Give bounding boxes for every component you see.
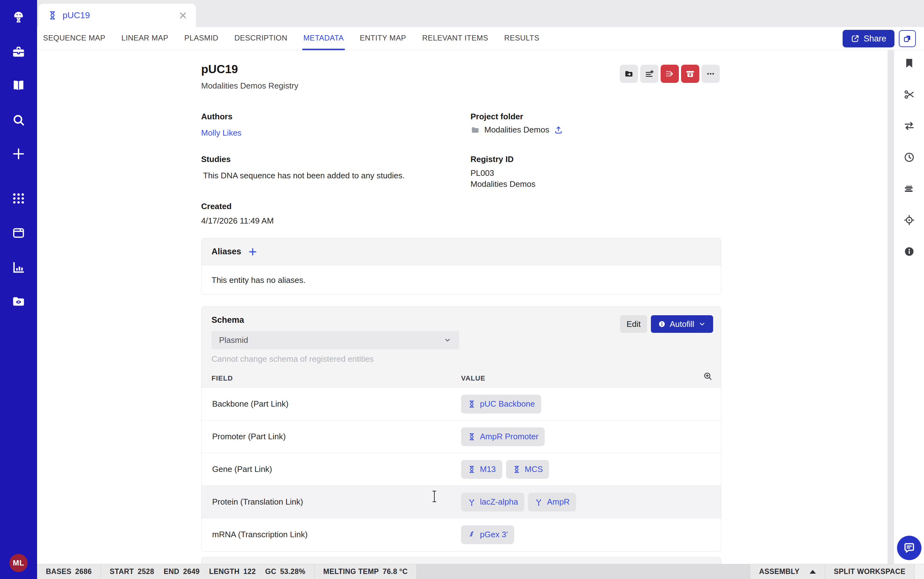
tab-description[interactable]: DESCRIPTION (233, 27, 288, 50)
schema-row: Backbone (Part Link)pUC Backbone (202, 388, 721, 420)
inventory-box-icon[interactable] (11, 226, 26, 240)
status-length: LENGTH122 (209, 568, 256, 576)
schema-select[interactable]: Plasmid (212, 331, 459, 349)
annotations-icon[interactable] (903, 183, 915, 195)
author-link[interactable]: Molly Likes (201, 128, 242, 138)
studies-empty-text: This DNA sequence has not been added to … (203, 171, 405, 180)
status-segment: BASES2686 (37, 564, 101, 579)
more-options-button[interactable] (701, 65, 720, 83)
swap-arrows-icon[interactable] (903, 120, 915, 132)
autofill-label: Autofill (670, 319, 694, 329)
project-folder-name: Modalities Demos (484, 125, 549, 135)
entity-link-chip[interactable]: lacZ-alpha (461, 493, 524, 512)
value-column-header: VALUE (461, 374, 485, 383)
close-tab-icon[interactable]: × (179, 8, 187, 22)
bookmark-icon[interactable] (903, 57, 915, 69)
folder-move-icon (624, 69, 634, 79)
status-value: 2649 (183, 568, 200, 576)
schema-field-values: lacZ-alphaAmpR (461, 493, 576, 512)
benchling-logo-icon[interactable] (11, 10, 26, 25)
dna-icon (467, 432, 476, 441)
requests-sync-icon[interactable] (11, 294, 26, 309)
schema-row: Protein (Translation Link)lacZ-alphaAmpR (202, 486, 721, 518)
tab-plasmid[interactable]: PLASMID (184, 27, 219, 50)
protein-icon (534, 498, 543, 507)
schema-field-name: mRNA (Transcription Link) (212, 530, 308, 540)
schema-row: Gene (Part Link)M13MCS (202, 453, 721, 486)
unregister-entity-button[interactable] (661, 65, 679, 83)
edit-schema-button[interactable]: Edit (620, 315, 647, 333)
dna-icon (467, 465, 476, 474)
tab-entity-map[interactable]: ENTITY MAP (359, 27, 407, 50)
archive-icon (686, 69, 695, 79)
target-icon[interactable] (903, 214, 915, 226)
status-start: START2528 (110, 568, 154, 576)
dna-icon (512, 465, 521, 474)
insights-chart-icon[interactable] (11, 260, 26, 275)
archive-entity-button[interactable] (681, 65, 699, 83)
bulk-edit-fields-button[interactable] (640, 65, 658, 83)
registry-subtitle: Modalities Demos Registry (201, 81, 298, 91)
chat-feedback-button[interactable] (897, 536, 921, 560)
status-value: 122 (243, 568, 256, 576)
info-icon[interactable] (903, 245, 915, 257)
studies-label: Studies (201, 154, 231, 164)
scissors-icon[interactable] (903, 88, 915, 100)
entity-link-chip[interactable]: AmpR (528, 493, 576, 512)
tab-sequence-map[interactable]: SEQUENCE MAP (42, 27, 106, 50)
move-upload-icon[interactable] (554, 125, 563, 135)
briefcase-icon[interactable] (11, 45, 26, 59)
search-icon[interactable] (11, 113, 26, 127)
aliases-title: Aliases (212, 247, 241, 257)
magnifier-plus-icon[interactable] (703, 371, 713, 381)
entity-link-label: pUC Backbone (480, 399, 535, 409)
status-label: START (110, 568, 134, 576)
tab-linear-map[interactable]: LINEAR MAP (120, 27, 169, 50)
copy-button[interactable] (899, 30, 916, 47)
assembly-button[interactable]: ASSEMBLY (750, 564, 825, 579)
horizontal-scrollbar[interactable] (417, 564, 750, 579)
entity-link-chip[interactable]: pUC Backbone (461, 395, 541, 414)
tab-results[interactable]: RESULTS (503, 27, 540, 50)
status-label: LENGTH (209, 568, 240, 576)
tab-relevant-items[interactable]: RELEVANT ITEMS (421, 27, 489, 50)
protein-icon (467, 498, 476, 507)
add-alias-button[interactable] (248, 247, 258, 257)
create-plus-icon[interactable] (11, 147, 26, 161)
chat-bubble-icon (902, 541, 916, 555)
field-column-header: FIELD (212, 374, 233, 383)
document-tab-puc19[interactable]: pUC19 × (39, 4, 196, 27)
created-label: Created (201, 201, 231, 211)
registry-id: PL003 (471, 168, 535, 179)
nav-actions: Share (843, 27, 916, 50)
status-value: 2686 (75, 568, 92, 576)
schema-rows: Backbone (Part Link)pUC BackbonePromoter… (202, 388, 721, 551)
apps-grid-icon[interactable] (11, 191, 26, 206)
share-button[interactable]: Share (843, 30, 894, 47)
vertical-scrollbar[interactable] (888, 50, 894, 564)
project-folder-value: Modalities Demos (471, 125, 563, 135)
tab-metadata[interactable]: METADATA (302, 27, 345, 50)
left-sidebar: ML (0, 0, 37, 579)
split-workspace-button[interactable]: SPLIT WORKSPACE (825, 564, 914, 579)
dna-icon (467, 400, 476, 409)
registry-id-value: PL003 Modalities Demos (471, 168, 535, 190)
user-avatar[interactable]: ML (10, 554, 28, 572)
entity-link-chip[interactable]: pGex 3' (461, 525, 514, 544)
entity-link-chip[interactable]: MCS (506, 460, 549, 479)
status-segment: MELTING TEMP76.8 °C (315, 564, 417, 579)
autofill-button[interactable]: Autofill (651, 315, 713, 333)
status-label: GC (265, 568, 276, 576)
history-clock-icon[interactable] (903, 151, 915, 163)
entity-link-label: AmpR Promoter (480, 432, 538, 442)
aliases-empty-text: This entity has no aliases. (202, 265, 721, 295)
entity-tabs: SEQUENCE MAPLINEAR MAPPLASMIDDESCRIPTION… (42, 27, 540, 50)
schema-field-name: Backbone (Part Link) (212, 399, 289, 409)
status-bar-end (914, 564, 924, 579)
move-to-folder-button[interactable] (620, 65, 638, 83)
split-workspace-label: SPLIT WORKSPACE (834, 568, 906, 576)
schema-field-values: M13MCS (461, 460, 549, 479)
entity-link-chip[interactable]: AmpR Promoter (461, 427, 545, 446)
notebook-icon[interactable] (11, 79, 26, 93)
entity-link-chip[interactable]: M13 (461, 460, 502, 479)
